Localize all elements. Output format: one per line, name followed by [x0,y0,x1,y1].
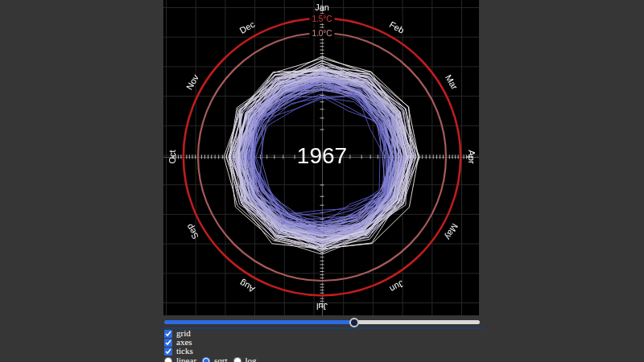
radio-linear[interactable] [164,357,172,362]
app-column: grid axes ticks linear sqrt log [161,0,483,362]
checkbox-grid[interactable] [164,330,172,338]
radio-log[interactable] [233,357,242,362]
year-slider[interactable] [164,318,480,327]
checkbox-row-ticks: ticks [164,347,483,356]
radio-sqrt[interactable] [202,357,210,362]
checkbox-label-ticks[interactable]: ticks [164,347,193,356]
checkbox-row-grid: grid [164,329,483,338]
radio-sqrt-text: sqrt [214,356,228,362]
radio-log-text: log [246,356,257,362]
scale-radio-row: linear sqrt log [164,356,483,362]
radio-label-sqrt[interactable]: sqrt [202,356,228,362]
radio-linear-text: linear [176,356,196,362]
radio-label-linear[interactable]: linear [164,356,196,362]
checkbox-ticks-text: ticks [176,347,193,356]
checkbox-ticks[interactable] [164,348,172,356]
radio-label-log[interactable]: log [233,356,257,362]
climate-spiral-canvas [163,0,479,315]
checkbox-row-axes: axes [164,338,483,347]
year-slider-wrap [161,318,483,329]
checkbox-axes[interactable] [164,339,172,347]
